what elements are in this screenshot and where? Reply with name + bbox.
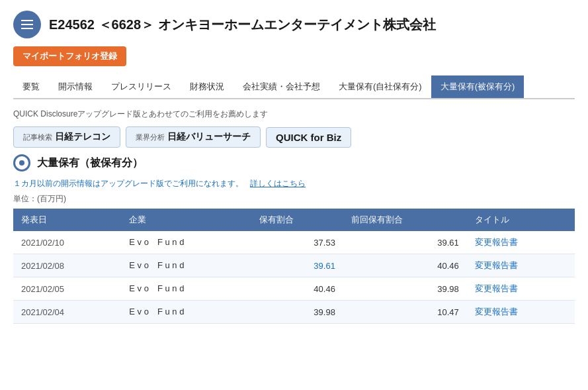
- section-icon-inner: [19, 160, 24, 166]
- table-row: 2021/02/10E v o F u n d37.5339.61変更報告書: [13, 231, 575, 254]
- cell-prev-holding: 39.98: [343, 277, 467, 301]
- cell-company: E v o F u n d: [121, 301, 251, 324]
- company-icon: [13, 11, 41, 38]
- svg-rect-0: [21, 20, 33, 21]
- col-date: 発表日: [13, 209, 121, 231]
- cell-company: E v o F u n d: [121, 231, 251, 254]
- cell-date: 2021/02/08: [13, 254, 121, 277]
- page-container: E24562 ＜6628＞ オンキヨーホームエンターテイメント株式会社 マイポー…: [0, 0, 588, 390]
- tab-results[interactable]: 会社実績・会社予想: [233, 75, 329, 98]
- cell-title[interactable]: 変更報告書: [467, 254, 575, 277]
- table-row: 2021/02/05E v o F u n d40.4639.98変更報告書: [13, 277, 575, 301]
- col-prev-holding: 前回保有割合: [343, 209, 467, 231]
- nikkei-value-button[interactable]: 業界分析 日経バリューサーチ: [126, 126, 261, 148]
- table-row: 2021/02/04E v o F u n d39.9810.47変更報告書: [13, 301, 575, 324]
- cell-title[interactable]: 変更報告書: [467, 301, 575, 324]
- info-note: １カ月以前の開示情報はアップグレード版でご利用になれます。 詳しくはこちら: [13, 178, 575, 189]
- info-note-text: １カ月以前の開示情報はアップグレード版でご利用になれます。: [13, 179, 243, 188]
- portfolio-button[interactable]: マイポートフォリオ登録: [13, 46, 126, 66]
- tab-pressrelease[interactable]: プレスリリース: [102, 75, 181, 98]
- promo-bar: QUICK Disclosureアップグレード版とあわせてのご利用をお薦めします: [13, 109, 575, 120]
- table-row: 2021/02/08E v o F u n d39.6140.46変更報告書: [13, 254, 575, 277]
- col-holding: 保有割合: [251, 209, 343, 231]
- cell-prev-holding: 39.61: [343, 231, 467, 254]
- promo-buttons: 記事検索 日経テレコン 業界分析 日経バリューサーチ QUICK for Biz: [13, 126, 575, 148]
- nav-tabs: 要覧 開示情報 プレスリリース 財務状況 会社実績・会社予想 大量保有(自社保有…: [13, 75, 575, 99]
- cell-holding: 39.98: [251, 301, 343, 324]
- company-title: E24562 ＜6628＞ オンキヨーホームエンターテイメント株式会社: [49, 16, 436, 34]
- tab-disclosure[interactable]: 開示情報: [49, 75, 102, 98]
- tab-major-holding-self[interactable]: 大量保有(自社保有分): [329, 75, 431, 98]
- unit-label: 単位：(百万円): [13, 193, 575, 205]
- cell-prev-holding: 10.47: [343, 301, 467, 324]
- nikkei-value-name: 日経バリューサーチ: [167, 131, 251, 143]
- col-company: 企業: [121, 209, 251, 231]
- promo-label: QUICK Disclosureアップグレード版とあわせてのご利用をお薦めします: [13, 109, 268, 120]
- tab-finance[interactable]: 財務状況: [181, 75, 233, 98]
- quick-biz-name: QUICK for Biz: [276, 132, 341, 143]
- col-title: タイトル: [467, 209, 575, 231]
- cell-holding: 39.61: [251, 254, 343, 277]
- nikkei-telecon-button[interactable]: 記事検索 日経テレコン: [13, 126, 120, 148]
- table-header-row: 発表日 企業 保有割合 前回保有割合 タイトル: [13, 209, 575, 231]
- tab-summary[interactable]: 要覧: [13, 75, 49, 98]
- data-table: 発表日 企業 保有割合 前回保有割合 タイトル 2021/02/10E v o …: [13, 209, 575, 324]
- svg-rect-2: [21, 28, 33, 29]
- cell-date: 2021/02/10: [13, 231, 121, 254]
- cell-holding: 37.53: [251, 231, 343, 254]
- list-icon: [19, 17, 35, 32]
- details-link[interactable]: 詳しくはこちら: [250, 179, 306, 188]
- cell-prev-holding: 40.46: [343, 254, 467, 277]
- tab-major-holding-held[interactable]: 大量保有(被保有分): [431, 75, 525, 98]
- cell-holding: 40.46: [251, 277, 343, 301]
- section-icon: [13, 154, 30, 171]
- cell-title[interactable]: 変更報告書: [467, 231, 575, 254]
- section-title: 大量保有（被保有分）: [37, 156, 143, 170]
- cell-company: E v o F u n d: [121, 277, 251, 301]
- nikkei-telecon-prefix: 記事検索: [23, 132, 52, 142]
- cell-title[interactable]: 変更報告書: [467, 277, 575, 301]
- svg-rect-1: [21, 24, 33, 25]
- nikkei-telecon-name: 日経テレコン: [55, 131, 110, 143]
- cell-company: E v o F u n d: [121, 254, 251, 277]
- section-header: 大量保有（被保有分）: [13, 154, 575, 171]
- cell-date: 2021/02/04: [13, 301, 121, 324]
- quick-biz-button[interactable]: QUICK for Biz: [266, 127, 351, 148]
- nikkei-value-prefix: 業界分析: [136, 132, 165, 142]
- cell-date: 2021/02/05: [13, 277, 121, 301]
- company-header: E24562 ＜6628＞ オンキヨーホームエンターテイメント株式会社: [13, 11, 575, 38]
